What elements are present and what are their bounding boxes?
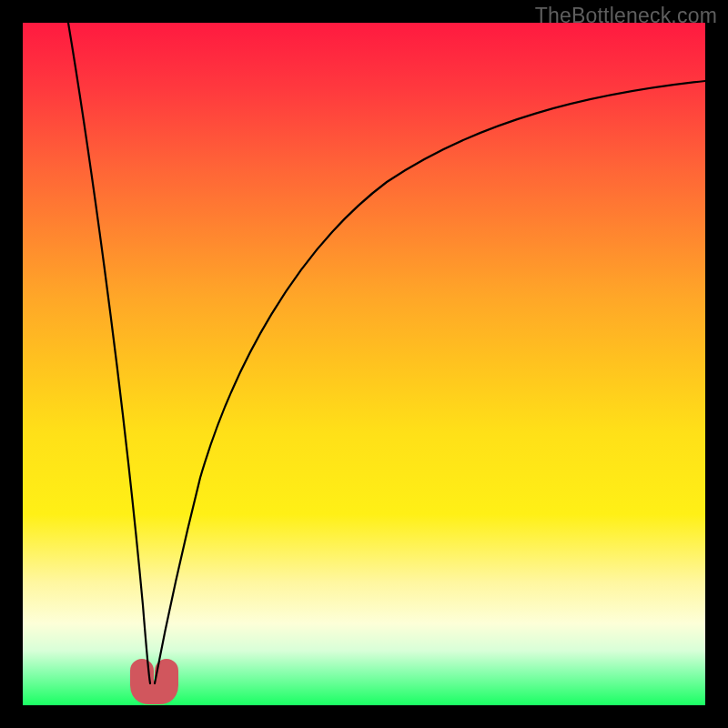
curve-right-branch [155, 81, 705, 683]
chart-svg [23, 23, 705, 705]
attribution-label: TheBottleneck.com [535, 4, 717, 28]
plot-area [23, 23, 705, 705]
chart-frame: TheBottleneck.com [0, 0, 728, 728]
curve-left-branch [68, 23, 150, 683]
